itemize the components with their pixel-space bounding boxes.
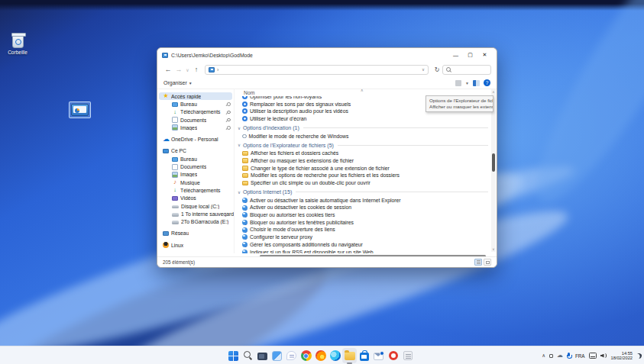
onedrive-cloud-icon[interactable]: ☁ [557,353,563,359]
list-item-specifier-un-clic-simple-ou-un[interactable]: Spécifier un clic simple ou un double-cl… [238,179,490,187]
address-bar[interactable]: › ∨ [205,65,429,75]
sidebar-item-telechargements[interactable]: ↓Téléchargements [157,108,234,116]
sidebar-item-images[interactable]: Images [157,124,234,131]
scroll-down-icon[interactable]: ∨ [491,247,496,251]
file-explorer-app[interactable] [342,348,357,363]
sidebar-item-documents[interactable]: Documents [157,163,234,170]
app-window-icon [403,351,413,360]
vertical-scrollbar[interactable]: ∧ ∨ [491,89,496,252]
microsoft-store-app[interactable] [357,348,371,363]
hidden-icons-chevron-icon[interactable]: ∧ [542,353,545,359]
documents-icon [172,117,178,123]
sidebar-item-musique[interactable]: ♪Musique [157,179,234,186]
scroll-up-icon[interactable]: ∧ [491,90,496,94]
edge-app[interactable] [328,348,342,363]
up-button[interactable]: ↑ [191,66,202,73]
windows-logo-icon [228,351,238,361]
group-header-options-d-indexation-1[interactable]: ∨Options d'indexation (1) [238,122,490,132]
group-header-options-de-l-explorateur-de-fi[interactable]: ∨Options de l'Explorateur de fichiers (5… [238,140,490,150]
list-item-indiquer-si-un-flux-rss-est-di[interactable]: Indiquer si un flux RSS est disponible s… [238,248,490,253]
list-item-afficher-les-fichiers-et-dossi[interactable]: Afficher les fichiers et dossiers cachés [238,150,490,157]
close-button[interactable]: ✕ [477,50,492,60]
sidebar-item-disque-local-c[interactable]: Disque local (C:) [157,202,234,210]
sidebar-item-label: Accès rapide [171,94,201,99]
list-item-changer-le-type-de-fichier-ass[interactable]: Changer le type de fichier associé à une… [238,164,490,172]
sidebar-item-videos[interactable]: Vidéos [157,195,234,202]
sidebar-item-2to-bgarracuda-e[interactable]: 2To BGarracuda (E:) [157,217,234,225]
sidebar-item-images[interactable]: Images [157,171,234,179]
chat-button[interactable] [284,348,299,363]
collapse-chevron-icon[interactable]: ∨ [238,126,241,130]
thumbnails-view-toggle[interactable] [484,259,491,266]
collapse-chevron-icon[interactable]: ∨ [238,143,241,147]
recent-locations-chevron-icon[interactable]: ∨ [184,67,191,72]
collapse-chevron-icon[interactable]: ∨ [238,190,241,195]
recycle-bin-desktop-icon[interactable]: Corbeille [4,34,31,55]
internet-options-icon [242,220,248,225]
search-button[interactable] [241,348,255,363]
firefox-app[interactable] [313,348,328,363]
sidebar-item-documents[interactable]: Documents [157,116,234,124]
sidebar-item-bureau[interactable]: Bureau [157,155,234,163]
list-item-bloquer-ou-autoriser-les-fenet[interactable]: Bloquer ou autoriser les fenêtres public… [238,218,490,226]
list-item-bloquer-ou-autoriser-les-cooki[interactable]: Bloquer ou autoriser les cookies tiers [238,211,490,219]
notes-app[interactable] [400,348,415,363]
views-icon[interactable] [455,80,461,86]
group-header-options-internet-15[interactable]: ∨Options Internet (15) [238,186,490,196]
address-dropdown-chevron-icon[interactable]: ∨ [422,67,425,72]
list-item-choisir-le-mode-d-ouverture-de[interactable]: Choisir le mode d'ouverture des liens [238,226,490,234]
desktop: Corbeille C:\Users\Jemko\Desktop\GodMode… [0,0,644,364]
title-bar[interactable]: C:\Users\Jemko\Desktop\GodMode — ▢ ✕ [157,48,497,62]
sidebar-item-telechargements[interactable]: ↓Téléchargements [157,186,234,194]
sidebar-item-reseau[interactable]: Réseau [157,230,234,237]
touch-keyboard-icon[interactable] [589,353,597,359]
help-button[interactable]: ? [484,79,490,86]
forward-button[interactable]: → [173,66,184,73]
tray-app-icon[interactable] [549,354,553,358]
opera-app[interactable] [386,348,400,363]
task-view-button[interactable] [255,348,270,363]
refresh-icon[interactable]: ↻ [432,66,442,73]
sidebar-item-onedrive-personal[interactable]: ☁OneDrive - Personal [157,135,234,143]
minimize-button[interactable]: — [448,50,463,60]
clock[interactable]: 14:55 18/02/2022 [611,351,633,361]
sidebar-item-ce-pc[interactable]: Ce PC [157,147,234,155]
list-item-activer-ou-desactiver-les-cook[interactable]: Activer ou désactiver les cookies de ses… [238,204,490,211]
chrome-app[interactable] [299,348,313,363]
list-item-afficher-ou-masquer-les-extens[interactable]: Afficher ou masquer les extensions de fi… [238,157,490,165]
pin-icon [226,126,230,130]
search-input[interactable] [442,65,491,75]
language-indicator[interactable]: FRA [575,353,585,359]
sidebar-item-1-to-interne-sauvegarde-d[interactable]: 1 To interne sauvegarde (D:) [157,210,234,217]
focus-assist-moon-icon[interactable] [636,353,642,359]
sidebar-item-linux[interactable]: Linux [157,241,234,249]
sidebar-item-bureau[interactable]: Bureau [157,100,234,108]
microphone-icon[interactable] [567,353,571,359]
start-button[interactable] [226,348,241,363]
vertical-scrollbar-thumb[interactable] [492,153,495,172]
list-item-modifier-les-options-de-recher[interactable]: Modifier les options de recherche pour l… [238,172,490,179]
list-item-configurer-le-serveur-proxy[interactable]: Configurer le serveur proxy [238,234,490,241]
music-icon: ♪ [172,179,178,185]
maximize-button[interactable]: ▢ [463,50,477,60]
preview-pane-icon[interactable] [473,80,480,86]
list-item-utiliser-le-lecteur-d-ecran[interactable]: Utiliser le lecteur d'écran [238,115,490,123]
godmode-desktop-icon[interactable] [69,101,91,118]
widgets-button[interactable] [270,348,284,363]
speaker-icon[interactable] [600,353,607,359]
file-list-pane: Nom ∧ Optimiser pour les non-voyantsRemp… [234,89,491,253]
list-item-activer-ou-desactiver-la-saisi[interactable]: Activer ou désactiver la saisie automati… [238,196,490,204]
mail-app[interactable] [371,348,386,363]
organize-button[interactable]: Organiser▼ [163,80,193,85]
internet-options-icon [242,198,248,203]
sidebar-item-acces-rapide[interactable]: ★Accès rapide [159,92,232,100]
godmode-address-icon [209,67,215,72]
list-item-modifier-le-mode-de-recherche-[interactable]: Modifier le mode de recherche de Windows [238,132,490,140]
downloads-icon: ↓ [172,187,178,193]
name-column-header[interactable]: Nom [244,90,254,95]
back-button[interactable]: ← [163,66,173,73]
views-chevron-icon[interactable]: ▼ [465,81,469,85]
list-item-gerer-les-composants-additionn[interactable]: Gérer les composants additionnels du nav… [238,241,490,249]
pc-icon [163,149,169,153]
details-view-toggle[interactable] [474,259,482,266]
